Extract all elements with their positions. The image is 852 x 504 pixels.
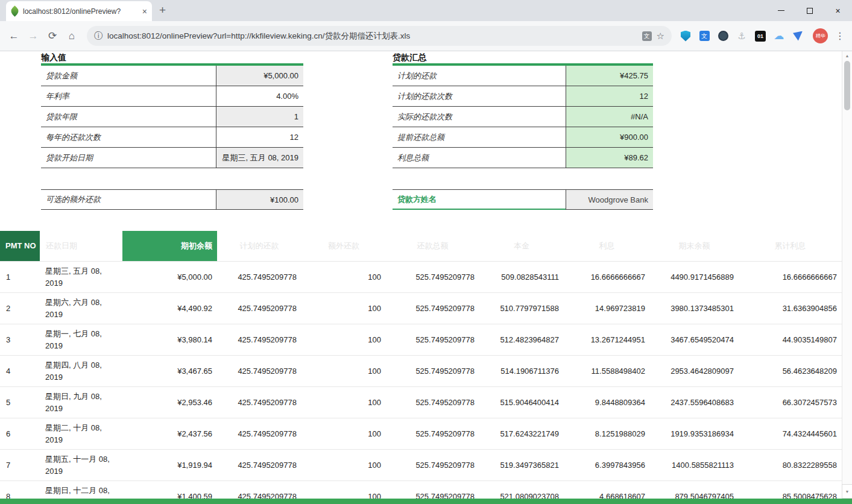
input-table: 贷款金额¥5,000.00年利率4.00%贷款年限1每年的还款次数12贷款开始日… — [41, 66, 303, 168]
schedule-cell: 514.1906711376 — [479, 363, 564, 379]
vertical-scrollbar[interactable]: ▲ ▼ — [842, 51, 852, 499]
summary-row-value: 12 — [566, 86, 653, 106]
schedule-cell: 9.8448809364 — [564, 394, 650, 411]
input-section-title: 输入值 — [41, 52, 66, 63]
browser-toolbar: ← → ⟳ ⌂ ⓘ localhost:8012/onlinePreview?u… — [0, 21, 852, 51]
summary-table: 计划的还款¥425.75计划的还款次数12实际的还款次数#N/A提前还款总额¥9… — [393, 66, 653, 168]
bird-extension-icon[interactable] — [790, 28, 806, 44]
schedule-cell: 519.3497365821 — [479, 457, 564, 473]
scroll-down-icon[interactable]: ▼ — [842, 484, 852, 499]
schedule-header-cell: 本金 — [479, 231, 564, 261]
scrollbar-thumb[interactable] — [844, 61, 850, 110]
summary-row-label: 计划的还款次数 — [393, 86, 566, 106]
translate-ext-icon: 文 — [699, 31, 710, 41]
schedule-cell: 425.7495209778 — [217, 457, 301, 473]
schedule-row: 6星期二, 十月 08, 2019¥2,437.56425.7495209778… — [0, 418, 842, 449]
minimize-icon — [778, 10, 784, 11]
schedule-cell: 525.7495209778 — [386, 394, 479, 411]
schedule-cell: 星期五, 十一月 08, 2019 — [40, 450, 122, 480]
schedule-cell: 3980.1373485301 — [650, 300, 739, 317]
input-row: 贷款年限1 — [41, 107, 303, 127]
address-bar[interactable]: ⓘ localhost:8012/onlinePreview?url=http:… — [87, 26, 672, 46]
schedule-cell: ¥4,490.92 — [122, 300, 217, 317]
extensions-area: 文 ⚓ 01 ☁ — [678, 28, 808, 44]
cloud-extension-icon[interactable]: ☁ — [771, 28, 787, 44]
schedule-cell: 425.7495209778 — [217, 269, 301, 285]
schedule-cell: 1400.5855821113 — [650, 457, 739, 473]
anchor-extension-icon[interactable]: ⚓ — [734, 28, 749, 44]
input-row-label: 贷款年限 — [41, 107, 216, 127]
summary-row: 提前还款总额¥900.00 — [393, 127, 653, 148]
schedule-cell: 4490.9171456889 — [650, 269, 739, 285]
schedule-cell: 74.4324445601 — [739, 426, 842, 442]
schedule-cell: 1 — [0, 269, 40, 285]
schedule-cell: 星期日, 九月 08, 2019 — [40, 387, 122, 418]
footer-green-bar — [0, 499, 852, 504]
schedule-cell: 11.5588498402 — [564, 363, 650, 379]
schedule-table-body: 1星期三, 五月 08, 2019¥5,000.00425.7495209778… — [0, 261, 842, 504]
schedule-row: 1星期三, 五月 08, 2019¥5,000.00425.7495209778… — [0, 261, 842, 292]
forward-button[interactable]: → — [24, 27, 42, 45]
summary-row-label: 实际的还款次数 — [393, 107, 566, 127]
new-tab-button[interactable]: + — [159, 4, 166, 17]
translate-icon[interactable]: 文 — [642, 31, 652, 41]
input-extra-row: 可选的额外还款 ¥100.00 — [41, 189, 303, 210]
schedule-header-cell: 还款总额 — [386, 231, 479, 261]
schedule-cell: 510.7797971588 — [479, 300, 564, 317]
page-info-icon[interactable]: ⓘ — [94, 31, 103, 42]
input-row-label: 年利率 — [41, 86, 216, 106]
badge-extension-icon[interactable]: 01 — [753, 28, 768, 44]
tab-title: localhost:8012/onlinePreview? — [23, 7, 138, 16]
schedule-cell: 425.7495209778 — [217, 426, 301, 442]
schedule-cell: 2437.5596408683 — [650, 394, 739, 411]
schedule-cell: 425.7495209778 — [217, 332, 301, 348]
schedule-header-cell: PMT NO — [0, 231, 40, 261]
browser-tab[interactable]: localhost:8012/onlinePreview? × — [6, 1, 152, 21]
back-button[interactable]: ← — [5, 27, 23, 45]
circle-icon — [718, 31, 728, 41]
schedule-cell: 525.7495209778 — [386, 363, 479, 379]
schedule-cell: 星期六, 六月 08, 2019 — [40, 293, 122, 324]
summary-row-value: ¥900.00 — [566, 127, 653, 147]
schedule-cell: ¥3,980.14 — [122, 332, 217, 348]
bookmark-star-icon[interactable]: ☆ — [657, 31, 664, 42]
schedule-cell: 512.4823964827 — [479, 332, 564, 348]
scroll-up-icon[interactable]: ▲ — [842, 51, 852, 60]
input-row-value: 12 — [216, 127, 303, 147]
browser-menu-button[interactable]: ⋮ — [833, 30, 847, 42]
proxy-extension-icon[interactable] — [715, 28, 731, 44]
schedule-cell: 56.4623648209 — [739, 363, 842, 379]
schedule-cell: 100 — [301, 300, 386, 317]
schedule-header-cell: 累计利息 — [739, 231, 842, 261]
summary-row-label: 利息总额 — [393, 148, 566, 168]
summary-row-label: 提前还款总额 — [393, 127, 566, 147]
minimize-button[interactable] — [767, 0, 795, 21]
home-button[interactable]: ⌂ — [63, 27, 81, 45]
schedule-cell: 4 — [0, 363, 40, 379]
schedule-cell: ¥5,000.00 — [122, 269, 217, 285]
close-button[interactable]: × — [824, 0, 852, 21]
schedule-cell: 525.7495209778 — [386, 426, 479, 442]
tab-close-icon[interactable]: × — [142, 7, 147, 16]
profile-avatar[interactable]: 精华 — [813, 28, 828, 43]
schedule-cell: 525.7495209778 — [386, 269, 479, 285]
schedule-cell: 星期二, 十月 08, 2019 — [40, 418, 122, 449]
translate-extension-icon[interactable]: 文 — [696, 28, 712, 44]
cloud-icon: ☁ — [774, 30, 784, 42]
schedule-cell: 3467.6549520474 — [650, 332, 739, 348]
reload-button[interactable]: ⟳ — [43, 27, 62, 45]
schedule-cell: 525.7495209778 — [386, 457, 479, 473]
input-row: 每年的还款次数12 — [41, 127, 303, 148]
schedule-row: 5星期日, 九月 08, 2019¥2,953.46425.7495209778… — [0, 386, 842, 418]
bird-icon — [793, 31, 803, 41]
input-row-label: 每年的还款次数 — [41, 127, 216, 147]
maximize-button[interactable] — [795, 0, 824, 21]
schedule-cell: 525.7495209778 — [386, 332, 479, 348]
summary-row: 利息总额¥89.62 — [393, 148, 653, 168]
shield-extension-icon[interactable] — [678, 28, 693, 44]
schedule-cell: ¥2,437.56 — [122, 426, 217, 442]
home-icon: ⌂ — [69, 30, 75, 42]
schedule-row: 3星期一, 七月 08, 2019¥3,980.14425.7495209778… — [0, 324, 842, 355]
maximize-icon — [807, 8, 813, 14]
schedule-cell: 100 — [301, 457, 386, 473]
